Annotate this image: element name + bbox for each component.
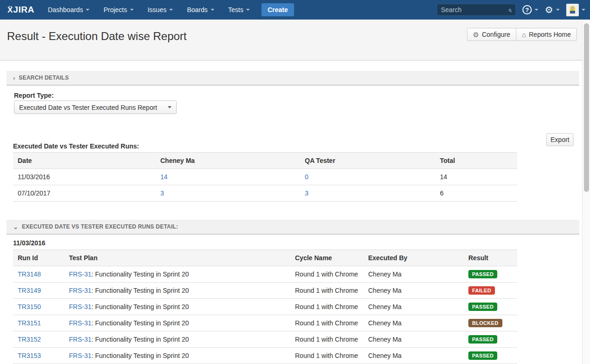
run-id-link[interactable]: TR3149: [18, 287, 41, 294]
cycle-name-cell: Round 1 with Chrome: [290, 299, 364, 315]
test-plan-summary: : Functionality Testing in Sprint 20: [91, 303, 189, 310]
result-badge: PASSED: [468, 270, 497, 278]
user-menu[interactable]: [566, 4, 585, 16]
gear-icon: ⚙: [473, 31, 479, 38]
run-id-link[interactable]: TR3148: [18, 270, 41, 278]
chevron-down-icon: [246, 9, 250, 11]
col-qa-tester: QA Tester: [300, 153, 435, 169]
menu-tests-label: Tests: [228, 6, 244, 13]
total-cell: 14: [435, 169, 517, 185]
report-type-select[interactable]: Executed Date vs Tester Executed Runs Re…: [14, 101, 177, 114]
runs-count-link[interactable]: 3: [305, 189, 309, 197]
col-run-id: Run Id: [13, 250, 64, 266]
col-executed-by: Executed By: [364, 250, 464, 266]
col-cheney-ma: Cheney Ma: [156, 153, 300, 169]
cycle-name-cell: Round 1 with Chrome: [290, 348, 364, 364]
table-row: TR3149 FRS-31: Functionality Testing in …: [13, 283, 517, 299]
chevron-down-icon: [535, 9, 538, 11]
detail-section-label: EXECUTED DATE VS TESTER EXECUTED RUNS DE…: [22, 223, 178, 230]
col-result: Result: [464, 250, 517, 266]
search-icon[interactable]: ⌕: [508, 6, 512, 14]
table-row: TR3148 FRS-31: Functionality Testing in …: [13, 266, 517, 283]
jira-logo-text: JIRA: [13, 5, 34, 15]
total-cell: 6: [435, 185, 517, 202]
run-id-link[interactable]: TR3152: [18, 336, 41, 343]
menu-issues-label: Issues: [148, 6, 166, 13]
test-plan-key-link[interactable]: FRS-31: [69, 319, 91, 327]
result-badge: FAILED: [468, 286, 495, 295]
menu-projects[interactable]: Projects: [96, 0, 141, 20]
admin-menu[interactable]: ⚙: [545, 5, 560, 14]
configure-button[interactable]: ⚙ Configure: [467, 28, 516, 40]
search-details-toggle[interactable]: › SEARCH DETAILS: [7, 71, 579, 86]
menu-tests[interactable]: Tests: [221, 0, 257, 20]
test-plan-key-link[interactable]: FRS-31: [69, 352, 91, 359]
run-id-link[interactable]: TR3150: [18, 303, 41, 310]
executed-by-cell: Cheney Ma: [364, 315, 464, 331]
scrollbar-thumb[interactable]: [584, 23, 589, 192]
chevron-down-icon: [556, 9, 560, 11]
configure-label: Configure: [482, 31, 510, 38]
col-total: Total: [435, 153, 517, 169]
test-plan-summary: : Functionality Testing in Sprint 20: [91, 287, 189, 294]
test-plan-summary: : Functionality Testing in Sprint 20: [91, 336, 189, 343]
summary-table-title: Executed Date vs Tester Executed Runs:: [13, 142, 139, 150]
result-badge: BLOCKED: [468, 319, 502, 327]
detail-date-group: 11/03/2016: [13, 239, 45, 247]
chevron-right-icon: ›: [13, 74, 15, 81]
detail-header-row: Run Id Test Plan Cycle Name Executed By …: [13, 250, 517, 266]
cycle-name-cell: Round 1 with Chrome: [290, 331, 364, 348]
menu-issues[interactable]: Issues: [141, 0, 180, 20]
executed-by-cell: Cheney Ma: [364, 348, 464, 364]
executed-by-cell: Cheney Ma: [364, 331, 464, 348]
run-id-link[interactable]: TR3153: [18, 352, 41, 359]
col-test-plan: Test Plan: [64, 250, 290, 266]
date-cell: 07/10/2017: [13, 185, 156, 202]
result-badge: PASSED: [468, 351, 497, 360]
detail-section-toggle[interactable]: ⌄ EXECUTED DATE VS TESTER EXECUTED RUNS …: [7, 220, 579, 235]
test-plan-key-link[interactable]: FRS-31: [69, 336, 91, 343]
detail-table: Run Id Test Plan Cycle Name Executed By …: [13, 249, 517, 364]
search-input[interactable]: [441, 6, 508, 13]
test-plan-summary: : Functionality Testing in Sprint 20: [91, 352, 189, 359]
summary-header-row: Date Cheney Ma QA Tester Total: [13, 153, 517, 169]
result-badge: PASSED: [468, 303, 497, 311]
chevron-down-icon: [169, 9, 173, 11]
test-plan-key-link[interactable]: FRS-31: [69, 303, 91, 310]
executed-by-cell: Cheney Ma: [364, 299, 464, 315]
menu-projects-label: Projects: [103, 6, 127, 13]
runs-count-link[interactable]: 3: [160, 189, 164, 197]
search-details-label: SEARCH DETAILS: [19, 74, 69, 81]
chevron-down-icon: [582, 9, 585, 11]
result-badge: PASSED: [468, 335, 497, 344]
navbar-right: ⌕ ? ⚙: [437, 4, 585, 16]
jira-logo[interactable]: Ẍ JIRA: [7, 5, 34, 15]
quick-search: ⌕: [437, 4, 516, 16]
cycle-name-cell: Round 1 with Chrome: [290, 315, 364, 331]
run-id-link[interactable]: TR3151: [18, 319, 41, 327]
page-title: Result - Execution Date wise Report: [7, 30, 187, 43]
jira-charlie-icon: Ẍ: [7, 6, 13, 15]
summary-table: Date Cheney Ma QA Tester Total 11/03/201…: [13, 152, 517, 202]
cycle-name-cell: Round 1 with Chrome: [290, 283, 364, 299]
chevron-down-icon: [211, 9, 214, 11]
gear-icon: ⚙: [545, 5, 553, 14]
header-buttons: ⚙ Configure ⌂ Reports Home: [467, 28, 577, 41]
main-menu: Dashboards Projects Issues Boards Tests …: [41, 0, 294, 20]
test-plan-key-link[interactable]: FRS-31: [69, 270, 91, 278]
create-button[interactable]: Create: [261, 3, 294, 16]
runs-count-link[interactable]: 0: [305, 173, 309, 181]
runs-count-link[interactable]: 14: [160, 173, 168, 181]
test-plan-key-link[interactable]: FRS-31: [69, 287, 91, 294]
chevron-down-icon: [168, 106, 172, 108]
reports-home-button[interactable]: ⌂ Reports Home: [516, 28, 576, 40]
menu-dashboards[interactable]: Dashboards: [41, 0, 97, 20]
scrollbar-track[interactable]: [582, 20, 590, 364]
executed-by-cell: Cheney Ma: [364, 266, 464, 283]
export-button[interactable]: Export: [546, 133, 574, 146]
menu-boards-label: Boards: [187, 6, 207, 13]
table-row: 11/03/2016 14 0 14: [13, 169, 517, 185]
menu-boards[interactable]: Boards: [180, 0, 221, 20]
help-menu[interactable]: ?: [522, 5, 538, 14]
test-plan-summary: : Functionality Testing in Sprint 20: [91, 319, 189, 327]
